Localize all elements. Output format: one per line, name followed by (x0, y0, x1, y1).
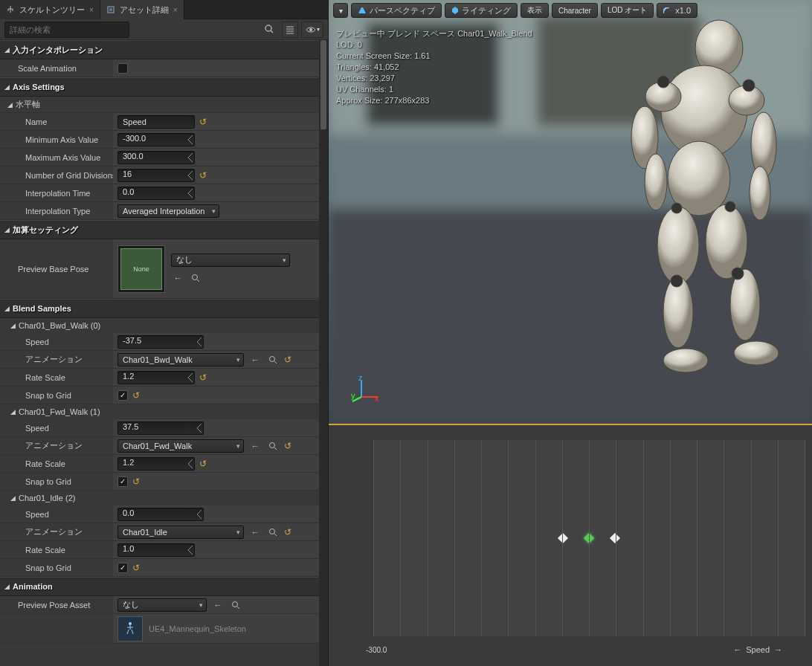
asset-icon (106, 5, 115, 14)
reset-icon[interactable]: ↺ (132, 563, 140, 573)
reset-icon[interactable]: ↺ (284, 527, 291, 537)
category-input-interpolation[interactable]: ◢入力インタポレーション (0, 40, 319, 59)
category-additive[interactable]: ◢加算セッティング (0, 220, 319, 239)
snap-checkbox[interactable] (117, 563, 128, 573)
search-input[interactable] (4, 22, 129, 38)
subcategory-horizontal-axis[interactable]: ◢水平軸 (0, 97, 319, 113)
use-selected-icon[interactable]: ← (248, 526, 262, 539)
reset-icon[interactable]: ↺ (199, 459, 207, 469)
visibility-button[interactable]: ▾ (301, 22, 323, 38)
sample-anim-dropdown[interactable]: Char01_Bwd_Walk (117, 353, 244, 366)
list-view-button[interactable] (282, 22, 298, 38)
min-axis-field[interactable]: -300.0 (117, 133, 195, 146)
label-animation: アニメーション (0, 437, 113, 454)
reset-icon[interactable]: ↺ (284, 441, 291, 451)
category-animation[interactable]: ◢Animation (0, 577, 319, 596)
tab-label: アセット詳細 (120, 4, 169, 16)
label-interp-type: Interpolation Type (0, 202, 113, 219)
axis-gizmo[interactable]: z x y (351, 376, 381, 406)
sample-speed-field[interactable]: -37.5 (117, 335, 204, 349)
svg-text:z: z (358, 376, 363, 382)
reset-icon[interactable]: ↺ (199, 117, 207, 127)
interp-time-field[interactable]: 0.0 (117, 187, 195, 200)
browse-icon[interactable] (266, 353, 280, 366)
sample-header[interactable]: ◢Char01_Bwd_Walk (0) (0, 318, 319, 333)
blend-space-editor[interactable]: -300.0 ←Speed→ (329, 424, 812, 666)
blend-grid[interactable] (373, 440, 805, 636)
svg-point-28 (750, 166, 770, 220)
svg-point-32 (706, 204, 747, 279)
tab-asset-details[interactable]: アセット詳細 × (100, 0, 184, 19)
sample-anim-dropdown[interactable]: Char01_Idle (117, 526, 244, 539)
label-interp-time: Interpolation Time (0, 184, 113, 201)
browse-icon[interactable] (266, 526, 280, 539)
sample-rate-field[interactable]: 1.0 (117, 543, 195, 557)
close-icon[interactable]: × (173, 6, 178, 14)
svg-point-30 (663, 277, 693, 348)
grid-divisions-field[interactable]: 16 (117, 169, 195, 182)
snap-checkbox[interactable] (117, 476, 128, 487)
tab-skeleton-tree[interactable]: スケルトンツリー × (0, 0, 100, 19)
scale-animation-checkbox[interactable] (117, 63, 128, 74)
use-selected-icon[interactable]: ← (248, 439, 262, 453)
label-rate-scale: Rate Scale (0, 455, 113, 472)
speed-button[interactable]: x1.0 (657, 3, 697, 18)
sample-rate-field[interactable]: 1.2 (117, 457, 195, 471)
use-selected-icon[interactable]: ← (171, 271, 184, 285)
browse-icon[interactable] (229, 598, 242, 612)
use-selected-icon[interactable]: ← (211, 598, 225, 612)
sample-header[interactable]: ◢Char01_Idle (2) (0, 491, 319, 505)
close-icon[interactable]: × (89, 6, 94, 14)
search-icon[interactable] (264, 24, 276, 36)
label-snap-to-grid: Snap to Grid (0, 387, 113, 404)
use-selected-icon[interactable]: ← (248, 353, 262, 366)
blend-sample-dot[interactable] (558, 533, 568, 543)
preview-base-dropdown[interactable]: なし (171, 253, 290, 267)
sample-anim-dropdown[interactable]: Char01_Fwd_Walk (117, 439, 244, 453)
label-speed: Speed (0, 505, 113, 523)
reset-icon[interactable]: ↺ (199, 372, 207, 383)
sample-speed-field[interactable]: 37.5 (117, 421, 204, 435)
browse-icon[interactable] (266, 439, 280, 453)
blend-sample-dot[interactable] (610, 533, 620, 543)
viewport[interactable]: ▾ パースペクティブ ライティング 表示 Character LOD オート x… (329, 0, 812, 424)
category-axis-settings[interactable]: ◢Axis Settings (0, 77, 319, 97)
lit-button[interactable]: ライティング (445, 3, 518, 18)
character-button[interactable]: Character (552, 3, 598, 18)
preview-pose-dropdown[interactable]: なし (117, 598, 207, 612)
label-skeleton-asset (0, 614, 113, 643)
reset-icon[interactable]: ↺ (132, 476, 140, 487)
axis-name-label: ←Speed→ (733, 645, 782, 654)
svg-point-38 (725, 201, 735, 212)
sample-speed-field[interactable]: 0.0 (117, 508, 204, 521)
reset-icon[interactable]: ↺ (284, 355, 291, 365)
viewport-stats: プレビュー中 ブレンド スペース Char01_Walk_Blend LOD: … (336, 28, 532, 106)
browse-icon[interactable] (189, 271, 202, 285)
viewport-menu-button[interactable]: ▾ (333, 3, 348, 18)
search-row: ▾ (0, 19, 328, 40)
tab-label: スケルトンツリー (19, 4, 85, 16)
skeleton-thumbnail[interactable] (117, 616, 143, 641)
sample-header[interactable]: ◢Char01_Fwd_Walk (1) (0, 404, 319, 419)
reset-icon[interactable]: ↺ (199, 170, 207, 181)
label-min-axis: Minimum Axis Value (0, 131, 113, 148)
category-blend-samples[interactable]: ◢Blend Samples (0, 299, 319, 318)
perspective-button[interactable]: パースペクティブ (351, 3, 442, 18)
preview-base-thumbnail[interactable]: None (117, 245, 165, 293)
mannequin-preview (507, 7, 812, 409)
label-preview-pose-asset: Preview Pose Asset (0, 596, 113, 613)
snap-checkbox[interactable] (117, 390, 128, 401)
svg-point-6 (270, 528, 275, 534)
details-scrollbar[interactable] (319, 40, 328, 666)
svg-point-36 (743, 80, 755, 91)
sample-rate-field[interactable]: 1.2 (117, 371, 195, 384)
reset-icon[interactable]: ↺ (132, 390, 140, 401)
label-grid-divisions: Number of Grid Divisions (0, 166, 113, 184)
interp-type-dropdown[interactable]: Averaged Interpolation (117, 204, 219, 218)
show-button[interactable]: 表示 (521, 3, 549, 18)
label-animation: アニメーション (0, 351, 113, 368)
svg-text:x: x (375, 394, 379, 403)
max-axis-field[interactable]: 300.0 (117, 151, 195, 164)
lod-button[interactable]: LOD オート (601, 3, 654, 18)
name-field[interactable]: Speed (117, 115, 195, 129)
